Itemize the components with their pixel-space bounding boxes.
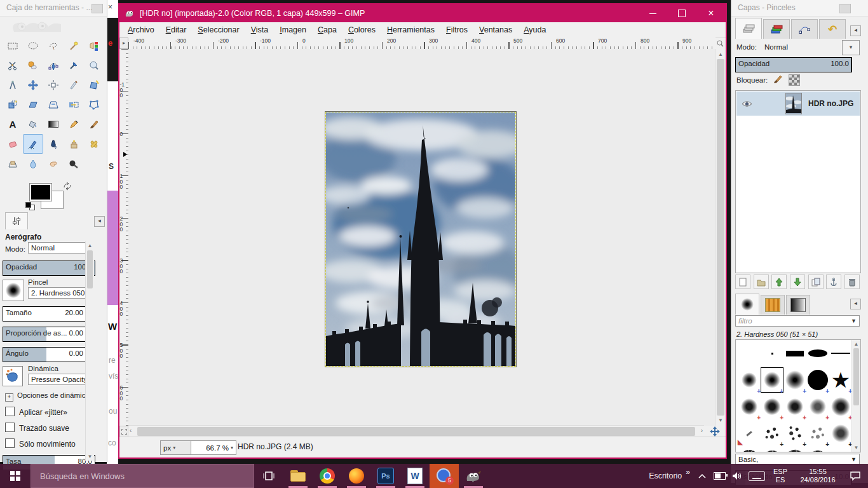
new-group-button[interactable]: [754, 274, 769, 289]
taskbar-search[interactable]: Búsqueda en Windows: [31, 464, 254, 488]
menu-filtros[interactable]: Filtros: [440, 24, 473, 36]
brush-item[interactable]: +: [783, 420, 807, 447]
horizontal-ruler[interactable]: -400 -300 -200 -100 0 100 200 300 400 50…: [128, 37, 715, 50]
mode-select[interactable]: Normal: [28, 242, 93, 254]
lower-layer-button[interactable]: [790, 274, 805, 289]
tool-shear[interactable]: [23, 95, 43, 114]
canvas-area[interactable]: [128, 49, 715, 426]
brush-item[interactable]: [783, 447, 807, 452]
action-center-button[interactable]: [843, 464, 868, 488]
motion-checkbox-box[interactable]: [5, 438, 15, 448]
brush-item[interactable]: [737, 340, 761, 367]
dock-collapse-button[interactable]: ◂: [850, 25, 861, 36]
tab-paths[interactable]: [791, 19, 818, 39]
toolbox-window-button[interactable]: [92, 4, 103, 13]
menu-ventanas[interactable]: Ventanas: [473, 24, 518, 36]
language-indicator[interactable]: ESPES: [768, 464, 793, 488]
checkbox-smooth-stroke[interactable]: Trazado suave: [5, 423, 69, 433]
new-layer-button[interactable]: [735, 274, 750, 289]
task-view-button[interactable]: [254, 464, 283, 488]
tool-cage-transform[interactable]: [84, 95, 104, 114]
taskbar-recorder-active[interactable]: 5: [430, 464, 459, 488]
lock-alpha-icon[interactable]: [789, 74, 800, 86]
tab-layers[interactable]: [735, 18, 762, 39]
tool-move[interactable]: [23, 75, 43, 95]
show-hidden-icons-button[interactable]: [694, 464, 710, 488]
scroll-down-icon[interactable]: ▼: [715, 416, 726, 424]
brush-item[interactable]: +: [760, 420, 784, 447]
tool-blur-sharpen[interactable]: [23, 154, 43, 173]
start-button[interactable]: [0, 464, 31, 488]
tool-gradient[interactable]: [43, 114, 64, 134]
foreground-color-swatch[interactable]: [29, 183, 52, 201]
image-layer[interactable]: [325, 112, 516, 367]
tool-perspective-clone[interactable]: [3, 154, 23, 173]
maximize-button[interactable]: [667, 4, 696, 22]
menu-ayuda[interactable]: Ayuda: [518, 24, 552, 36]
brush-item[interactable]: ◣: [737, 420, 761, 447]
brush-preview[interactable]: [3, 280, 24, 301]
taskbar-word[interactable]: W: [400, 464, 430, 488]
canvas-vertical-scrollbar[interactable]: ▲ ▼: [715, 49, 726, 426]
brush-item[interactable]: [783, 340, 807, 367]
tool-rotate[interactable]: [84, 75, 104, 95]
tool-heal[interactable]: [84, 134, 104, 154]
clock[interactable]: 15:5524/08/2016: [793, 464, 843, 488]
layer-opacity-spin[interactable]: ▲▼: [851, 57, 852, 72]
tab-patterns[interactable]: [761, 295, 785, 315]
tool-rectangle-select[interactable]: [3, 36, 23, 55]
tool-eraser[interactable]: [3, 134, 23, 154]
visibility-eye-icon[interactable]: [742, 100, 752, 107]
unit-select[interactable]: px▾: [160, 440, 192, 455]
taskbar-firefox[interactable]: [342, 464, 371, 488]
brush-item[interactable]: [760, 340, 784, 367]
brush-item[interactable]: [806, 340, 830, 367]
menu-capa[interactable]: Capa: [312, 24, 342, 36]
scroll-right-icon[interactable]: ›: [701, 427, 703, 434]
dock-window-button[interactable]: [839, 4, 851, 13]
tool-flip[interactable]: [64, 95, 84, 114]
brush-item[interactable]: +: [783, 393, 807, 420]
tool-foreground-select[interactable]: [23, 55, 43, 75]
tab-tool-options[interactable]: [5, 212, 28, 229]
brush-item[interactable]: [737, 447, 761, 452]
brush-item[interactable]: [760, 447, 784, 452]
keyboard-tray-icon[interactable]: [746, 464, 768, 488]
tool-align[interactable]: [43, 75, 64, 95]
menu-herramientas[interactable]: Herramientas: [381, 24, 440, 36]
menu-colores[interactable]: Colores: [342, 24, 381, 36]
tool-crop[interactable]: [64, 75, 84, 95]
tool-ellipse-select[interactable]: [23, 36, 43, 55]
tab-gradients[interactable]: [786, 295, 810, 315]
menu-vista[interactable]: Vista: [245, 24, 275, 36]
swap-colors-icon[interactable]: [62, 182, 72, 191]
zoom-select[interactable]: 66.7 %▾: [191, 440, 236, 455]
scroll-up-icon[interactable]: ▲: [86, 241, 94, 250]
brush-select[interactable]: 2. Hardness 050: [28, 287, 94, 299]
tab-channels[interactable]: [763, 19, 790, 39]
battery-tray-icon[interactable]: [710, 464, 728, 488]
dynamics-select[interactable]: Pressure Opacity: [28, 374, 94, 385]
delete-layer-button[interactable]: [844, 274, 860, 289]
menu-imagen[interactable]: Imagen: [274, 24, 312, 36]
brush-item[interactable]: ★+: [829, 367, 853, 393]
taskbar-file-explorer[interactable]: [283, 464, 313, 488]
tool-smudge[interactable]: [43, 154, 64, 173]
dynamics-preview[interactable]: [3, 366, 23, 386]
tab-undo-history[interactable]: ↶: [819, 19, 846, 39]
quick-mask-button[interactable]: [119, 426, 128, 437]
brush-filter-input[interactable]: filtro ▼: [735, 315, 860, 327]
menu-seleccionar[interactable]: Seleccionar: [192, 24, 245, 36]
minimize-button[interactable]: [638, 4, 667, 22]
checkbox-motion-only[interactable]: Sólo movimiento: [5, 438, 76, 449]
desktop-toolbar[interactable]: Escritorio »: [645, 464, 694, 488]
tool-paintbrush[interactable]: [84, 114, 104, 134]
brush-item[interactable]: +: [806, 420, 830, 447]
brush-item[interactable]: [829, 340, 853, 367]
tool-select-by-color[interactable]: [84, 36, 104, 55]
duplicate-layer-button[interactable]: [808, 274, 824, 289]
taskbar-gimp[interactable]: [459, 464, 488, 488]
opacity-slider[interactable]: Opacidad 100.0: [3, 261, 95, 276]
dynamics-expander[interactable]: +Opciones de dinámica: [5, 391, 90, 402]
toolbox-title[interactable]: Caja de herramientas - ...: [0, 0, 107, 17]
